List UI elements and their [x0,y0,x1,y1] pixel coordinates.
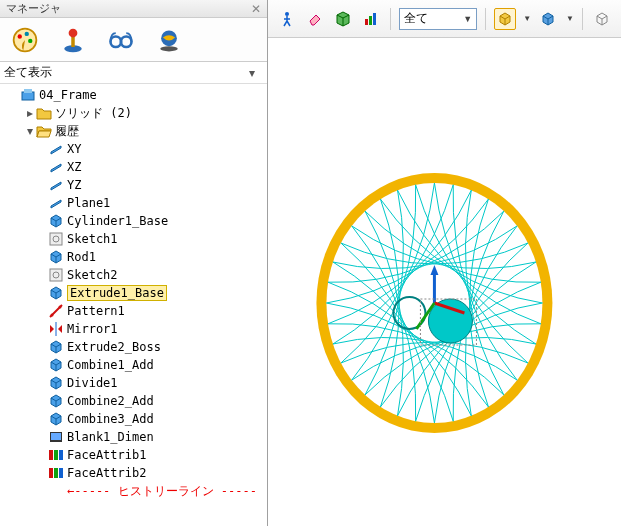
tree-label: XY [67,142,81,156]
eraser-icon[interactable] [304,8,326,30]
svg-rect-12 [24,89,32,93]
manager-toolbar [0,18,267,62]
tree-item[interactable]: Combine1_Add [4,356,267,374]
svg-rect-11 [22,92,34,100]
tree-root[interactable]: 04_Frame [4,86,267,104]
tree-label: Combine3_Add [67,412,154,426]
tree-label: ソリッド (2) [55,105,132,122]
svg-rect-22 [51,433,61,440]
svg-rect-27 [54,468,58,478]
tree-label: Sketch1 [67,232,118,246]
tree-item[interactable]: Combine2_Add [4,392,267,410]
tree-label: FaceAttrib2 [67,466,146,480]
viewport-panel: 全て ▼ ▼ ▼ [268,0,621,526]
collapse-icon[interactable]: ▾ [24,124,36,138]
dropdown-arrow-icon[interactable]: ▼ [523,14,531,23]
feature-icon [48,375,64,391]
svg-point-10 [160,46,178,51]
box-blue-icon[interactable] [537,8,559,30]
svg-rect-32 [373,13,376,25]
part-icon [20,87,36,103]
feature-icon [48,411,64,427]
tree-item[interactable]: Plane1 [4,194,267,212]
folder-open-icon [36,123,52,139]
tree-item[interactable]: XY [4,140,267,158]
tree-label: FaceAttrib1 [67,448,146,462]
rgb-icon [48,465,64,481]
feature-icon [48,339,64,355]
feature-icon [48,393,64,409]
rgb-icon [48,447,64,463]
svg-rect-23 [49,450,53,460]
tree-label: Extrude2_Boss [67,340,161,354]
tree-label: YZ [67,178,81,192]
chevron-down-icon: ▾ [249,66,263,80]
box-gold-icon[interactable] [494,8,516,30]
filter-select[interactable]: 全て ▼ [399,8,477,30]
joystick-icon[interactable] [58,25,88,55]
tree-label: 履歴 [55,123,79,140]
tree-item[interactable]: Blank1_Dimen [4,428,267,446]
tree-item[interactable]: Sketch2 [4,266,267,284]
filter-dropdown[interactable]: 全て表示 ▾ [0,62,267,84]
svg-rect-15 [50,269,62,281]
tree-label: Combine2_Add [67,394,154,408]
3d-viewport[interactable] [268,38,621,526]
tree-label: Extrude1_Base [67,285,167,301]
tree-item[interactable]: Extrude2_Boss [4,338,267,356]
box-wire-icon[interactable] [591,8,613,30]
svg-rect-26 [49,468,53,478]
glasses-icon[interactable] [106,25,136,55]
plane-icon [48,195,64,211]
svg-point-2 [25,31,29,35]
tree-item[interactable]: FaceAttrib2 [4,464,267,482]
tree-item[interactable]: Extrude1_Base [4,284,267,302]
bars-icon[interactable] [360,8,382,30]
svg-rect-24 [54,450,58,460]
history-line-marker: ←----- ヒストリーライン ----- [4,482,267,500]
expand-icon[interactable]: ▸ [24,106,36,120]
feature-tree[interactable]: 04_Frame ▸ ソリッド (2) ▾ 履歴 XYXZYZPlane1Cyl… [0,84,267,526]
svg-point-35 [429,299,473,343]
plane-icon [48,177,64,193]
feature-icon [48,357,64,373]
chevron-down-icon: ▼ [463,14,472,24]
tree-folder-history[interactable]: ▾ 履歴 [4,122,267,140]
svg-rect-31 [369,16,372,25]
svg-rect-28 [59,468,63,478]
tree-item[interactable]: YZ [4,176,267,194]
svg-rect-13 [50,233,62,245]
tree-label: Blank1_Dimen [67,430,154,444]
tree-item[interactable]: Combine3_Add [4,410,267,428]
tree-label: 04_Frame [39,88,97,102]
feature-icon [48,285,64,301]
manager-panel: マネージャ ✕ [0,0,268,526]
tree-item[interactable]: XZ [4,158,267,176]
history-line-label: ←----- ヒストリーライン ----- [67,483,257,500]
globe-icon[interactable] [154,25,184,55]
feature-icon [48,249,64,265]
tree-folder-solid[interactable]: ▸ ソリッド (2) [4,104,267,122]
tree-item[interactable]: Sketch1 [4,230,267,248]
svg-point-29 [285,12,289,16]
plane-icon [48,141,64,157]
tree-label: Combine1_Add [67,358,154,372]
svg-point-8 [121,36,132,47]
cube-icon[interactable] [332,8,354,30]
blank-icon [48,429,64,445]
tree-item[interactable]: Mirror1 [4,320,267,338]
tree-item[interactable]: Pattern1 [4,302,267,320]
tree-item[interactable]: Divide1 [4,374,267,392]
walk-icon[interactable] [276,8,298,30]
dropdown-arrow-icon[interactable]: ▼ [566,14,574,23]
svg-point-7 [111,36,122,47]
tree-item[interactable]: Rod1 [4,248,267,266]
tree-item[interactable]: Cylinder1_Base [4,212,267,230]
sketch-icon [48,267,64,283]
tree-label: XZ [67,160,81,174]
svg-point-19 [59,306,62,309]
filter-select-value: 全て [404,10,428,27]
palette-icon[interactable] [10,25,40,55]
tree-item[interactable]: FaceAttrib1 [4,446,267,464]
close-icon[interactable]: ✕ [251,2,261,16]
